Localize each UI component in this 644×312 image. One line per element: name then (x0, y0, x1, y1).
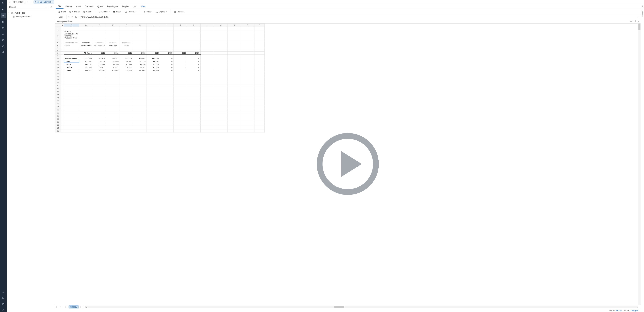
cell-B35[interactable] (64, 130, 79, 133)
cell-L22[interactable] (200, 90, 214, 93)
cell-reference-box[interactable]: B12 (55, 15, 67, 19)
cell-B6[interactable]: Orders (64, 44, 79, 47)
nav-forward-icon[interactable]: › (30, 1, 32, 3)
cell-I8[interactable] (160, 49, 174, 52)
import-button[interactable]: Import (142, 10, 154, 14)
cell-I4[interactable] (160, 39, 174, 41)
cell-E23[interactable] (106, 93, 120, 96)
cell-H32[interactable] (147, 120, 160, 123)
restore-icon[interactable]: 🗗 (634, 20, 636, 22)
col-header-A[interactable]: A (61, 24, 64, 27)
cell-L19[interactable] (200, 81, 214, 84)
cell-K13[interactable]: 0 (187, 63, 200, 66)
cell-C34[interactable] (79, 126, 93, 130)
cell-D22[interactable] (93, 90, 106, 93)
cell-A31[interactable] (61, 117, 64, 120)
cell-E34[interactable] (106, 126, 120, 130)
cell-B20[interactable] (64, 84, 79, 87)
cell-G19[interactable] (133, 81, 147, 84)
cell-I10[interactable] (160, 55, 174, 57)
cell-J16[interactable] (174, 72, 187, 75)
cell-P21[interactable] (254, 87, 264, 90)
cell-K23[interactable] (187, 93, 200, 96)
cell-E12[interactable]: 55,446 (106, 60, 120, 63)
cell-E17[interactable] (106, 75, 120, 78)
cell-O21[interactable] (241, 87, 254, 90)
cell-F11[interactable]: 399,862 (120, 57, 133, 60)
cell-G21[interactable] (133, 87, 147, 90)
cell-K27[interactable] (187, 105, 200, 108)
formula-expand-icon[interactable]: ▾ (637, 16, 641, 18)
cell-N25[interactable] (228, 99, 241, 102)
cell-B7[interactable] (64, 47, 79, 49)
cell-L4[interactable] (200, 39, 214, 41)
cell-O31[interactable] (241, 117, 254, 120)
hexagon-icon[interactable] (2, 1, 5, 5)
document-tab[interactable]: New spreadsheet × (34, 0, 54, 4)
cell-A13[interactable] (61, 63, 64, 66)
cell-J29[interactable] (174, 111, 187, 114)
cell-F12[interactable]: 58,448 (120, 60, 133, 63)
cell-L13[interactable] (200, 63, 214, 66)
menu-insert[interactable]: Insert (74, 4, 83, 8)
cell-D7[interactable] (93, 47, 106, 49)
col-header-F[interactable]: F (120, 24, 133, 27)
cell-H6[interactable] (147, 44, 160, 47)
cell-K22[interactable] (187, 90, 200, 93)
cell-O16[interactable] (241, 72, 254, 75)
row-header-25[interactable]: 25 (55, 99, 61, 102)
cell-A28[interactable] (61, 108, 64, 111)
cell-F31[interactable] (120, 117, 133, 120)
cell-M31[interactable] (214, 117, 228, 120)
cell-K18[interactable] (187, 78, 200, 81)
cell-O2[interactable] (241, 30, 254, 33)
cell-N10[interactable] (228, 55, 241, 57)
cell-G3[interactable] (133, 33, 147, 39)
cell-A1[interactable] (61, 27, 64, 30)
cell-G10[interactable] (133, 55, 147, 57)
row-header-30[interactable]: 30 (55, 114, 61, 117)
cell-B30[interactable] (64, 114, 79, 117)
cell-N23[interactable] (228, 93, 241, 96)
cell-A5[interactable] (61, 41, 64, 44)
row-header-16[interactable]: 16 (55, 72, 61, 75)
cell-B23[interactable] (64, 93, 79, 96)
cell-F18[interactable] (120, 78, 133, 81)
cell-F30[interactable] (120, 114, 133, 117)
cell-O22[interactable] (241, 90, 254, 93)
cell-E19[interactable] (106, 81, 120, 84)
cell-G9[interactable]: 2016 (133, 52, 147, 55)
cell-F9[interactable]: 2015 (120, 52, 133, 55)
cell-F16[interactable] (120, 72, 133, 75)
cell-H23[interactable] (147, 93, 160, 96)
cell-P34[interactable] (254, 126, 264, 130)
cell-A4[interactable] (61, 39, 64, 41)
cell-F10[interactable] (120, 55, 133, 57)
cell-C10[interactable] (79, 55, 93, 57)
cell-O12[interactable] (241, 60, 254, 63)
cell-C32[interactable] (79, 120, 93, 123)
cell-G11[interactable]: 417,861 (133, 57, 147, 60)
cell-G7[interactable] (133, 47, 147, 49)
cell-L7[interactable] (200, 47, 214, 49)
cell-E13[interactable]: 44,990 (106, 63, 120, 66)
cell-H27[interactable] (147, 105, 160, 108)
cell-P31[interactable] (254, 117, 264, 120)
cell-K2[interactable] (187, 30, 200, 33)
comments-label[interactable]: Comments (642, 9, 643, 17)
cell-D3[interactable] (93, 33, 106, 39)
cell-D2[interactable] (93, 30, 106, 33)
cell-D21[interactable] (93, 87, 106, 90)
cell-J33[interactable] (174, 123, 187, 126)
cell-H26[interactable] (147, 102, 160, 105)
col-header-G[interactable]: G (133, 24, 147, 27)
cell-O19[interactable] (241, 81, 254, 84)
cell-M24[interactable] (214, 96, 228, 99)
cell-E1[interactable] (106, 27, 120, 30)
cell-G6[interactable] (133, 44, 147, 47)
cell-J17[interactable] (174, 75, 187, 78)
cell-G23[interactable] (133, 93, 147, 96)
select-all-corner[interactable] (55, 24, 61, 27)
cell-B13[interactable]: North (64, 63, 79, 66)
cell-A2[interactable] (61, 30, 64, 33)
